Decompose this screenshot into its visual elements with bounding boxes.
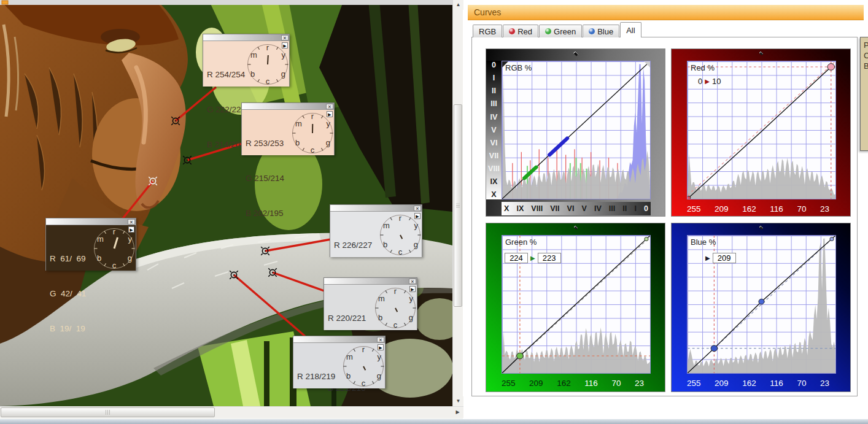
chart-title: Blue % xyxy=(691,237,716,247)
axis-tick-label: VIII xyxy=(488,165,500,173)
sampler-titlebar[interactable]: × xyxy=(242,103,334,110)
horizontal-scrollbar[interactable]: ▶ xyxy=(0,406,463,418)
x-axis-ticks: 2552091621167023 xyxy=(502,376,644,390)
hue-direction-dial[interactable]: rygcbm xyxy=(375,288,416,328)
dial-tick xyxy=(330,133,333,134)
panel-title: Curves xyxy=(468,5,864,20)
dial-letter: c xyxy=(393,320,398,330)
curve-plot-rgb[interactable]: RGB % xyxy=(502,61,651,199)
sampler-titlebar[interactable]: × xyxy=(46,218,136,225)
scroll-right-icon[interactable]: ▶ xyxy=(453,407,462,417)
dial-letter: c xyxy=(362,379,366,388)
arrow-right-icon: ▶ xyxy=(705,255,710,261)
curve-control-point[interactable] xyxy=(688,196,691,199)
output-value-field[interactable] xyxy=(538,253,561,263)
flyout-arrow-icon[interactable]: ▶ xyxy=(282,42,288,48)
flyout-arrow-icon[interactable]: ▶ xyxy=(128,226,134,233)
dial-letter: m xyxy=(250,50,257,60)
chart-title: Green % xyxy=(505,237,537,247)
close-icon[interactable]: × xyxy=(377,337,384,342)
hue-direction-dial[interactable]: rygcbm xyxy=(247,44,288,85)
dial-letter: b xyxy=(295,138,300,147)
flyout-arrow-icon[interactable]: ▶ xyxy=(409,286,416,292)
curve-editor-red[interactable]: Red % 0 ▶ 10 2552091621167023 xyxy=(671,48,851,217)
curve-control-point[interactable] xyxy=(711,345,718,352)
image-canvas[interactable]: × R 254/254 G 222/221 B 214/208 rygcbm ▶… xyxy=(0,0,452,406)
sampler-titlebar[interactable]: × xyxy=(324,278,417,285)
close-icon[interactable]: × xyxy=(281,35,289,40)
axis-tick-label: IX xyxy=(490,178,498,186)
curve-control-point[interactable] xyxy=(517,353,524,359)
hue-direction-dial[interactable]: rygcbm xyxy=(94,228,134,269)
tab-label: All xyxy=(626,26,635,35)
vertical-scrollbar[interactable]: ▲ ▼ xyxy=(452,0,463,406)
tab-all[interactable]: All xyxy=(620,22,641,37)
docked-flyout-window[interactable]: P C B xyxy=(860,37,868,151)
close-icon[interactable]: × xyxy=(128,219,135,225)
frame-slider-icon[interactable] xyxy=(573,226,578,230)
dial-letter: c xyxy=(112,261,117,270)
color-sampler-window-2[interactable]: × R 253/253 G 215/214 B 202/195 rygcbm ▶ xyxy=(241,102,335,155)
dial-letter: y xyxy=(327,119,331,128)
x-axis-ticks: 2552091621167023 xyxy=(687,376,829,390)
dial-needle-icon xyxy=(114,237,118,249)
dial-needle-icon xyxy=(400,235,403,239)
rgb-value-b: B 202/195 xyxy=(246,207,292,219)
output-value-field[interactable] xyxy=(713,253,736,263)
frame-slider-icon[interactable] xyxy=(759,52,763,56)
flyout-arrow-icon[interactable]: ▶ xyxy=(327,111,333,117)
curve-control-point[interactable] xyxy=(645,237,648,241)
output-value: 10 xyxy=(712,77,721,86)
sampler-titlebar[interactable]: × xyxy=(330,205,422,212)
tab-red[interactable]: Red xyxy=(503,25,538,37)
axis-tick-label: VIII xyxy=(531,204,543,213)
flyout-arrow-icon[interactable]: ▶ xyxy=(378,344,384,350)
hue-direction-dial[interactable]: rygcbm xyxy=(343,346,384,387)
color-sampler-window-3[interactable]: × R 61/ 69 G 42/ 41 B 19/ 19 rygcbm ▶ xyxy=(45,218,136,271)
curve-control-point[interactable] xyxy=(759,299,764,304)
curve-editor-rgb[interactable]: 0IIIIIIIVVVIVIIVIIIIXX RGB % XIXVIIIVIIV… xyxy=(486,48,665,217)
tab-rgb[interactable]: RGB xyxy=(473,25,502,37)
dial-tick xyxy=(413,308,416,309)
color-sampler-window-5[interactable]: × R 220/221 G 220/219 B 221/216 rygcbm ▶ xyxy=(324,277,417,330)
axis-tick-label: 23 xyxy=(635,379,644,388)
axis-tick-label: VI xyxy=(490,139,498,147)
close-icon[interactable]: × xyxy=(414,206,421,211)
scroll-down-icon[interactable]: ▼ xyxy=(453,396,463,406)
tab-green[interactable]: Green xyxy=(539,25,582,37)
hue-direction-dial[interactable]: rygcbm xyxy=(292,113,333,153)
dial-letter: r xyxy=(113,227,115,236)
frame-slider-icon[interactable] xyxy=(759,226,763,230)
dial-letter: g xyxy=(128,253,132,263)
dial-tick xyxy=(404,323,406,326)
hue-direction-dial[interactable]: rygcbm xyxy=(380,215,420,255)
dial-tick xyxy=(418,235,421,236)
close-icon[interactable]: × xyxy=(326,104,333,109)
curve-control-point[interactable] xyxy=(830,237,834,241)
frame-slider-icon[interactable] xyxy=(573,51,578,56)
scroll-up-icon[interactable]: ▲ xyxy=(453,0,463,10)
dial-letter: m xyxy=(378,294,385,303)
horizontal-scroll-thumb[interactable] xyxy=(1,407,215,417)
curve-editor-blue[interactable]: Blue % ▶ 2552091621167023 xyxy=(671,223,851,392)
close-icon[interactable]: × xyxy=(409,279,416,284)
dial-tick xyxy=(372,381,374,384)
sampler-titlebar[interactable]: × xyxy=(293,336,385,343)
flyout-arrow-icon[interactable]: ▶ xyxy=(414,213,420,219)
dial-tick xyxy=(248,64,251,65)
color-sampler-window-4[interactable]: × R 226/227 G 227/226 B 230/225 rygcbm ▶ xyxy=(330,204,422,257)
color-sampler-window-1[interactable]: × R 254/254 G 222/221 B 214/208 rygcbm ▶ xyxy=(203,34,290,87)
curve-editor-green[interactable]: Green % ▶ 2552091621167023 xyxy=(486,223,665,392)
color-sampler-window-6[interactable]: × R 218/219 G 219/218 B 223/218 rygcbm ▶ xyxy=(293,336,386,388)
dial-tick xyxy=(123,231,125,234)
sampler-titlebar[interactable]: × xyxy=(203,34,289,41)
curve-control-point[interactable] xyxy=(827,64,835,71)
vertical-scroll-thumb[interactable] xyxy=(454,104,462,307)
tab-blue[interactable]: Blue xyxy=(583,25,619,37)
dial-tick xyxy=(123,263,125,266)
axis-tick-label: 209 xyxy=(715,204,729,214)
axis-tick-label: 0 xyxy=(492,61,496,69)
axis-tick-label: III xyxy=(609,204,615,213)
input-value-field[interactable] xyxy=(505,253,528,263)
axis-tick-label: 70 xyxy=(611,379,621,388)
